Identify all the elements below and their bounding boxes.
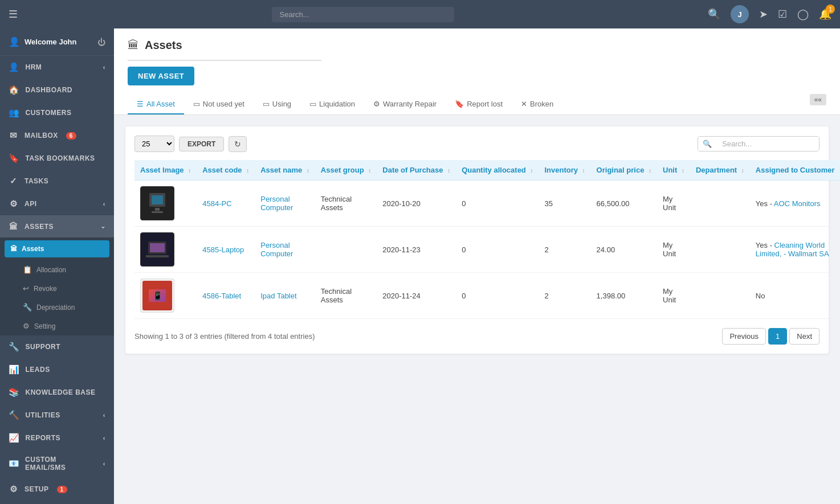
power-icon[interactable]: ⏻ [97,38,105,47]
assigned-customer-link[interactable]: AOC Monitors [774,199,821,208]
sidebar-item-leads[interactable]: 📊 LEADS [0,358,114,381]
chevron-icon: ‹ [103,435,105,441]
sidebar-sub-item-allocation[interactable]: 📋 Allocation [0,260,114,279]
clock-icon[interactable]: ◯ [797,8,809,21]
sort-icon[interactable]: ↕ [530,167,533,174]
sidebar-item-utilities[interactable]: 🔨 UTILITIES ‹ [0,404,114,427]
sidebar-sub-label: Setting [34,322,55,330]
sort-icon[interactable]: ↕ [682,167,684,174]
unit-cell: My Unit [657,227,690,273]
assigned-customer-extra-link[interactable]: - Wallmart SA [781,249,829,258]
avatar[interactable]: J [731,5,749,23]
sidebar-item-dashboard[interactable]: 🏠 DASHBOARD [0,79,114,101]
asset-group-cell: Technical Assets [315,181,377,227]
tab-not-used-yet[interactable]: ▭ Not used yet [184,95,254,114]
sidebar-item-support[interactable]: 🔧 SUPPORT [0,335,114,358]
sidebar-user-info: 👤 Welcome John [9,36,77,47]
sidebar-sub-item-revoke[interactable]: ↩ Revoke [0,279,114,298]
sidebar-item-label: KNOWLEDGE BASE [26,388,96,396]
sidebar-item-reports[interactable]: 📈 REPORTS ‹ [0,427,114,449]
sidebar-sub-item-assets[interactable]: 🏛 Assets [5,240,109,257]
assets-table: Asset Image ↕ Asset code ↕ Asset name ↕ [134,160,840,319]
current-page-button[interactable]: 1 [768,328,787,345]
svg-rect-5 [150,243,165,252]
email-icon: 📧 [9,458,19,469]
sidebar-item-api[interactable]: ⚙ API ‹ [0,192,114,215]
asset-name-link[interactable]: Personal Computer [260,195,293,212]
assets-sub-icon: 🏛 [10,245,17,253]
sort-icon[interactable]: ↕ [188,167,191,174]
assets-icon: 🏛 [9,222,19,231]
tab-all-asset[interactable]: ☰ All Asset [128,95,184,114]
asset-name-link[interactable]: Ipad Tablet [260,292,296,300]
tab-warranty-repair[interactable]: ⚙ Warranty Repair [364,95,446,114]
asset-code-link[interactable]: 4586-Tablet [202,292,241,300]
clipboard-icon[interactable]: ☑ [778,8,787,21]
asset-code-link[interactable]: 4584-PC [202,199,231,208]
sort-icon[interactable]: ↕ [368,167,371,174]
sidebar-item-custom-email[interactable]: 📧 CUSTOM EMAIL/SMS ‹ [0,449,114,478]
sort-icon[interactable]: ↕ [447,167,450,174]
search-icon[interactable]: 🔍 [708,8,720,21]
table-controls: 25 50 100 EXPORT ↻ 🔍 [134,136,819,152]
tab-icon: ✕ [521,100,527,108]
tab-using[interactable]: ▭ Using [254,95,300,114]
asset-code-link[interactable]: 4585-Laptop [202,245,244,254]
setup-icon: ⚙ [9,484,19,494]
col-asset-name: Asset name ↕ [255,160,315,181]
per-page-select[interactable]: 25 50 100 [134,136,174,152]
sidebar-item-knowledge-base[interactable]: 📚 KNOWLEDGE BASE [0,381,114,404]
sidebar-item-task-bookmarks[interactable]: 🔖 TASK BOOKMARKS [0,147,114,170]
tab-broken[interactable]: ✕ Broken [512,95,562,114]
original-price-cell: 66,500.00 [591,181,657,227]
chevron-icon: ‹ [103,460,105,467]
sidebar-item-label: MAILBOX [25,132,58,140]
leads-icon: 📊 [9,364,20,375]
hamburger-icon[interactable]: ☰ [9,8,18,21]
sidebar-sub-item-setting[interactable]: ⚙ Setting [0,317,114,335]
tab-liquidation[interactable]: ▭ Liquidation [300,95,364,114]
sidebar-item-mailbox[interactable]: ✉ MAILBOX 6 [0,124,114,147]
original-price-cell: 24.00 [591,227,657,273]
reports-icon: 📈 [9,433,20,443]
table-search-input[interactable] [716,137,819,151]
collapse-tabs-button[interactable]: «« [810,94,826,105]
tab-report-lost[interactable]: 🔖 Report lost [446,95,512,114]
notification-icon-wrapper[interactable]: 🔔 1 [819,8,831,21]
tab-label: Not used yet [203,100,244,108]
sidebar-sub-item-depreciation[interactable]: 🔧 Depreciation [0,298,114,317]
tabs-container: ☰ All Asset ▭ Not used yet ▭ Using ▭ Liq… [128,95,826,114]
sidebar-sub-label: Allocation [36,266,66,274]
sort-icon[interactable]: ↕ [307,167,309,174]
allocation-icon: 📋 [23,265,32,274]
sort-icon[interactable]: ↕ [582,167,585,174]
sidebar-item-label: API [25,200,37,208]
sidebar-item-tasks[interactable]: ✓ TASKS [0,170,114,192]
search-input[interactable] [272,7,454,22]
next-page-button[interactable]: Next [789,328,819,345]
previous-page-button[interactable]: Previous [722,328,766,345]
sidebar-item-hrm[interactable]: 👤 HRM ‹ [0,56,114,79]
sidebar-item-assets[interactable]: 🏛 ASSETS ⌄ [0,215,114,237]
bookmark-icon: 🔖 [9,153,20,163]
export-button[interactable]: EXPORT [179,137,224,151]
asset-name-link[interactable]: Personal Computer [260,241,293,258]
share-icon[interactable]: ➤ [759,8,768,21]
notification-badge: 1 [826,5,835,14]
inventory-cell: 2 [539,227,590,273]
sort-icon[interactable]: ↕ [246,167,249,174]
customers-icon: 👥 [9,108,20,118]
sort-icon[interactable]: ↕ [649,167,651,174]
mailbox-icon: ✉ [9,130,19,141]
table-row: 4585-Laptop Personal Computer 2020-11-23… [134,227,840,273]
sidebar-item-customers[interactable]: 👥 CUSTOMERS [0,101,114,124]
sort-icon[interactable]: ↕ [741,167,744,174]
new-asset-button[interactable]: NEW ASSET [128,67,194,85]
sidebar-item-label: HRM [26,63,42,71]
refresh-button[interactable]: ↻ [229,136,247,152]
asset-image-cell [134,181,197,227]
sidebar-user-name: Welcome John [25,38,77,46]
svg-rect-2 [155,208,160,211]
table-body: 4584-PC Personal Computer Technical Asse… [134,181,840,319]
sidebar-item-setup[interactable]: ⚙ SETUP 1 [0,478,114,501]
